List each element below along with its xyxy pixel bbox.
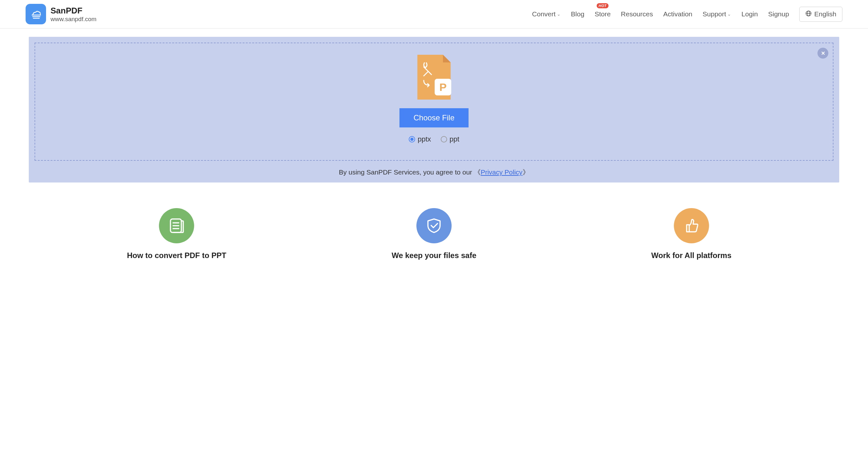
chevron-down-icon: ⌄ [727, 11, 731, 17]
document-icon [159, 208, 194, 243]
main-nav: Convert ⌄ Blog HOT Store Resources Activ… [532, 7, 842, 22]
chevron-down-icon: ⌄ [557, 11, 561, 17]
nav-convert[interactable]: Convert ⌄ [532, 10, 561, 18]
nav-support-label: Support [703, 10, 726, 18]
logo-icon [26, 4, 46, 24]
agree-text: By using SanPDF Services, you agree to o… [35, 168, 833, 177]
agree-prefix: By using SanPDF Services, you agree to o… [339, 168, 481, 176]
brand-url: www.sanpdf.com [51, 16, 97, 23]
format-radio-group: pptx ppt [409, 135, 459, 143]
nav-activation[interactable]: Activation [663, 10, 692, 18]
feature-title: Work for All platforms [651, 251, 732, 260]
brand[interactable]: SanPDF www.sanpdf.com [26, 4, 97, 24]
radio-pptx-label: pptx [418, 135, 431, 143]
language-button[interactable]: English [799, 7, 842, 22]
radio-ppt-input[interactable] [441, 136, 447, 142]
nav-store-label: Store [594, 10, 611, 18]
shield-icon [416, 208, 452, 243]
upload-dropzone[interactable]: ✕ P Choose File pptx [35, 42, 833, 161]
close-button[interactable]: ✕ [817, 48, 828, 59]
privacy-policy-link[interactable]: Privacy Policy [481, 168, 523, 176]
feature-title: How to convert PDF to PPT [127, 251, 226, 260]
header: SanPDF www.sanpdf.com Convert ⌄ Blog HOT… [0, 0, 868, 28]
nav-store[interactable]: HOT Store [594, 10, 611, 18]
svg-text:P: P [439, 81, 447, 93]
pdf-to-ppt-icon: P [415, 55, 453, 103]
feature-platforms: Work for All platforms [640, 208, 743, 260]
close-icon: ✕ [821, 50, 825, 56]
feature-howto: How to convert PDF to PPT [125, 208, 228, 260]
feature-title: We keep your files safe [392, 251, 476, 260]
upload-card: ✕ P Choose File pptx [29, 37, 839, 182]
nav-support[interactable]: Support ⌄ [703, 10, 732, 18]
radio-ppt[interactable]: ppt [441, 135, 460, 143]
feature-safe: We keep your files safe [383, 208, 485, 260]
thumbs-up-icon [674, 208, 709, 243]
brand-name: SanPDF [51, 6, 97, 16]
nav-resources[interactable]: Resources [621, 10, 653, 18]
nav-login[interactable]: Login [741, 10, 758, 18]
radio-ppt-label: ppt [450, 135, 460, 143]
nav-convert-label: Convert [532, 10, 556, 18]
nav-signup[interactable]: Signup [768, 10, 789, 18]
agree-suffix: 》 [523, 168, 529, 176]
choose-file-button[interactable]: Choose File [399, 108, 469, 127]
hot-badge: HOT [597, 3, 609, 8]
features-row: How to convert PDF to PPT We keep your f… [29, 208, 839, 260]
radio-pptx-input[interactable] [409, 136, 415, 142]
language-label: English [814, 10, 836, 18]
globe-icon [805, 10, 812, 18]
radio-pptx[interactable]: pptx [409, 135, 431, 143]
nav-blog[interactable]: Blog [571, 10, 584, 18]
